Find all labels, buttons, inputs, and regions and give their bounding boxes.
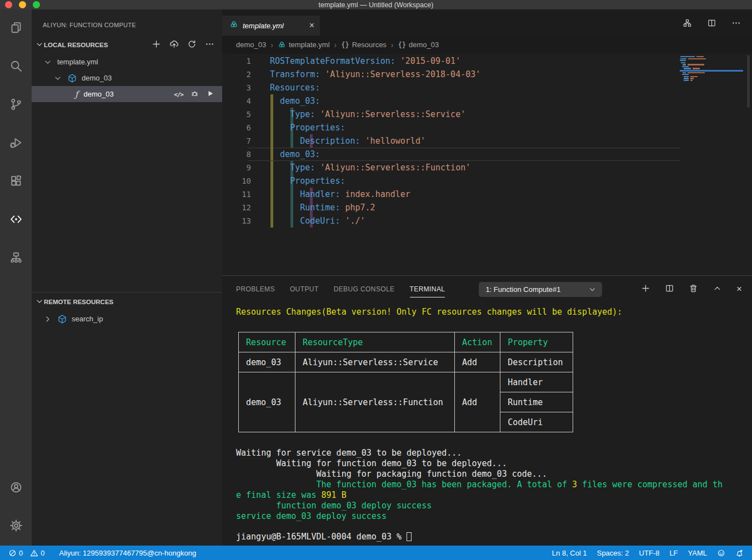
local-invoke-icon[interactable]: </> — [174, 90, 183, 98]
split-terminal-icon[interactable] — [665, 284, 674, 295]
feedback-status[interactable] — [712, 546, 730, 560]
problems-status[interactable]: 0 0 — [3, 546, 54, 560]
add-icon[interactable] — [152, 39, 161, 50]
activity-run-debug[interactable] — [0, 124, 32, 163]
activity-resource-graph[interactable] — [0, 239, 32, 278]
split-editor-icon[interactable] — [707, 18, 716, 30]
code-line-13[interactable]: 13 CodeUri: './' — [222, 214, 752, 228]
activity-extensions[interactable] — [0, 163, 32, 201]
terminal-line: e final size was 891 B — [236, 490, 752, 501]
tree-item-search_ip[interactable]: search_ip — [32, 311, 222, 327]
code-text: Properties: — [270, 121, 345, 134]
code-line-6[interactable]: 6 Properties: — [222, 121, 752, 134]
code-text: Resources: — [270, 81, 320, 94]
line-number: 1 — [222, 54, 251, 68]
code-line-2[interactable]: 2Transform: 'Aliyun::Serverless-2018-04-… — [222, 68, 752, 81]
close-panel-icon[interactable]: × — [736, 284, 742, 294]
activity-aliyun-function-compute[interactable] — [0, 201, 32, 239]
code-line-4[interactable]: 4 demo_03: — [222, 94, 752, 108]
activity-explorer[interactable] — [0, 9, 32, 48]
tab-template-yml[interactable]: template.yml × — [222, 16, 320, 36]
code-line-5[interactable]: 5 Type: 'Aliyun::Serverless::Service' — [222, 108, 752, 121]
local-resources-header[interactable]: LOCAL RESOURCES — [32, 36, 222, 54]
editor-scrollbar[interactable] — [747, 55, 750, 108]
minimize-window-button[interactable] — [19, 1, 26, 8]
close-window-button[interactable] — [5, 1, 12, 8]
minimap[interactable] — [680, 56, 743, 82]
tree-item-template.yml[interactable]: template.yml — [32, 54, 222, 70]
remote-resources-label: REMOTE RESOURCES — [44, 299, 113, 305]
code-line-9[interactable]: 9 Type: 'Aliyun::Serverless::Function' — [222, 161, 752, 174]
deploy-icon[interactable] — [169, 39, 179, 50]
panel-tab-debug-console[interactable]: DEBUG CONSOLE — [334, 276, 395, 302]
more-actions-icon[interactable] — [731, 18, 741, 30]
code-line-3[interactable]: 3Resources: — [222, 81, 752, 94]
table-header: Resource — [239, 332, 295, 352]
code-line-11[interactable]: 11 Handler: index.handler — [222, 188, 752, 201]
code-line-10[interactable]: 10 Properties: — [222, 174, 752, 188]
code-line-12[interactable]: 12 Runtime: php7.2 — [222, 201, 752, 214]
panel-tab-terminal[interactable]: TERMINAL — [410, 276, 445, 302]
remote-invoke-icon[interactable] — [206, 89, 214, 99]
panel-tab-problems[interactable]: PROBLEMS — [236, 276, 275, 302]
vscode-window: template.yml — Untitled (Workspace) ALIY… — [0, 0, 752, 560]
sidebar-title: ALIYUN: FUNCTION COMPUTE — [32, 9, 222, 36]
eol-status[interactable]: LF — [664, 546, 683, 560]
activity-accounts[interactable] — [0, 469, 32, 507]
close-tab-icon[interactable]: × — [309, 21, 314, 30]
code-line-7[interactable]: 7 Description: 'helloworld' — [222, 134, 752, 148]
encoding-status[interactable]: UTF-8 — [634, 546, 665, 560]
code-line-1[interactable]: 1ROSTemplateFormatVersion: '2015-09-01' — [222, 54, 752, 68]
kill-terminal-icon[interactable] — [689, 284, 698, 295]
maximize-panel-icon[interactable] — [713, 284, 722, 295]
breadcrumb-separator: › — [334, 41, 337, 49]
terminal-line: Waiting for packaging function demo_03 c… — [236, 469, 752, 480]
sidebar: ALIYUN: FUNCTION COMPUTE LOCAL RESOURCES… — [32, 9, 222, 546]
activity-search[interactable] — [0, 48, 32, 86]
remote-resources-header[interactable]: REMOTE RESOURCES — [32, 292, 222, 311]
breadcrumb-item-template.yml[interactable]: template.yml — [278, 41, 330, 49]
line-number: 5 — [222, 108, 251, 121]
local-debug-icon[interactable] — [190, 89, 199, 99]
tree-item-demo_03[interactable]: demo_03 — [32, 70, 222, 86]
language-mode-status[interactable]: YAML — [683, 546, 712, 560]
bell-icon — [735, 549, 744, 557]
warning-count: 0 — [41, 549, 44, 557]
tree-item-actions: </> — [174, 89, 222, 99]
new-terminal-icon[interactable] — [641, 284, 650, 295]
tab-label: template.yml — [243, 22, 305, 30]
tree-item-demo_03[interactable]: ƒdemo_03</> — [32, 86, 222, 102]
breadcrumb-item-demo_03[interactable]: {}demo_03 — [398, 41, 439, 49]
more-icon[interactable] — [205, 39, 214, 50]
terminal-line: Resources Changes(Beta version! Only FC … — [236, 307, 752, 317]
terminal-output[interactable]: Resources Changes(Beta version! Only FC … — [222, 302, 752, 546]
fc-cloud-icon — [229, 20, 238, 31]
code-line-8[interactable]: 8 demo_03: — [222, 148, 752, 161]
main-area: ALIYUN: FUNCTION COMPUTE LOCAL RESOURCES… — [0, 9, 752, 546]
refresh-icon[interactable] — [187, 39, 197, 50]
terminal-prompt[interactable]: jiangyu@B-165MLVDL-0004 demo_03 % — [236, 532, 752, 542]
indentation-label: Spaces: 2 — [597, 549, 629, 557]
feedback-icon — [717, 549, 725, 557]
notifications-status[interactable] — [730, 546, 749, 560]
breadcrumb-item-demo_03[interactable]: demo_03 — [236, 41, 266, 49]
terminal-picker[interactable]: 1: Function Compute#1 — [479, 282, 602, 297]
activity-source-control[interactable] — [0, 86, 32, 124]
code-text: Handler: index.handler — [270, 188, 410, 201]
table-header: Property — [500, 332, 573, 352]
cursor-position-status[interactable]: Ln 8, Col 1 — [547, 546, 592, 560]
code-editor[interactable]: 1ROSTemplateFormatVersion: '2015-09-01'2… — [222, 54, 752, 275]
org-chart-icon — [9, 251, 23, 266]
breadcrumb-item-Resources[interactable]: {}Resources — [341, 41, 387, 49]
terminal-line: Waiting for service demo_03 to be deploy… — [236, 448, 752, 458]
error-icon — [8, 549, 17, 557]
panel-tab-output[interactable]: OUTPUT — [290, 276, 319, 302]
show-resource-graph-icon[interactable] — [683, 18, 692, 30]
code-text: demo_03: — [270, 94, 320, 108]
indentation-status[interactable]: Spaces: 2 — [592, 546, 634, 560]
chevron-down-icon — [35, 40, 44, 50]
activity-settings[interactable] — [0, 507, 32, 546]
aliyun-account-status[interactable]: Aliyun: 1295939377467795@cn-hongkong — [54, 546, 201, 560]
table-cell: Handler — [500, 372, 573, 392]
zoom-window-button[interactable] — [33, 1, 40, 8]
